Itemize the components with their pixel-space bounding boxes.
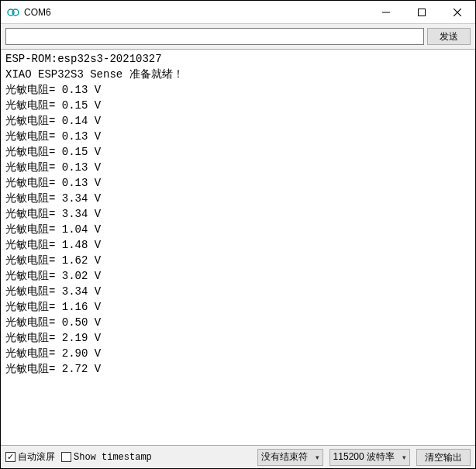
maximize-button[interactable]: [404, 1, 440, 23]
autoscroll-checkbox[interactable]: 自动滚屏: [5, 450, 55, 464]
clear-output-button[interactable]: 清空输出: [416, 449, 471, 466]
line-ending-selected: 没有结束符: [261, 450, 308, 464]
checkbox-icon: [61, 452, 71, 462]
send-button[interactable]: 发送: [427, 28, 471, 45]
arduino-icon: [7, 6, 19, 19]
svg-point-1: [12, 9, 19, 16]
autoscroll-label: 自动滚屏: [18, 450, 55, 464]
baud-selected: 115200 波特率: [333, 450, 395, 464]
timestamp-label: Show timestamp: [74, 452, 152, 463]
svg-rect-3: [419, 9, 426, 16]
close-button[interactable]: [440, 1, 475, 23]
serial-monitor-window: COM6 发送 ESP-ROM:esp32s3-20210327 XIAO ES…: [0, 0, 476, 469]
timestamp-checkbox[interactable]: Show timestamp: [61, 452, 152, 463]
baud-dropdown[interactable]: 115200 波特率 ▾: [329, 449, 410, 466]
line-ending-dropdown[interactable]: 没有结束符 ▾: [257, 449, 323, 466]
checkbox-icon: [5, 452, 16, 462]
chevron-down-icon: ▾: [316, 453, 319, 461]
chevron-down-icon: ▾: [402, 453, 406, 461]
serial-output: ESP-ROM:esp32s3-20210327 XIAO ESP32S3 Se…: [1, 50, 475, 445]
titlebar: COM6: [1, 1, 475, 24]
serial-input[interactable]: [5, 28, 424, 45]
send-toolbar: 发送: [1, 24, 475, 50]
window-controls: [368, 1, 475, 23]
window-title: COM6: [24, 7, 368, 18]
statusbar: 自动滚屏 Show timestamp 没有结束符 ▾ 115200 波特率 ▾…: [1, 445, 475, 468]
minimize-button[interactable]: [368, 1, 404, 23]
